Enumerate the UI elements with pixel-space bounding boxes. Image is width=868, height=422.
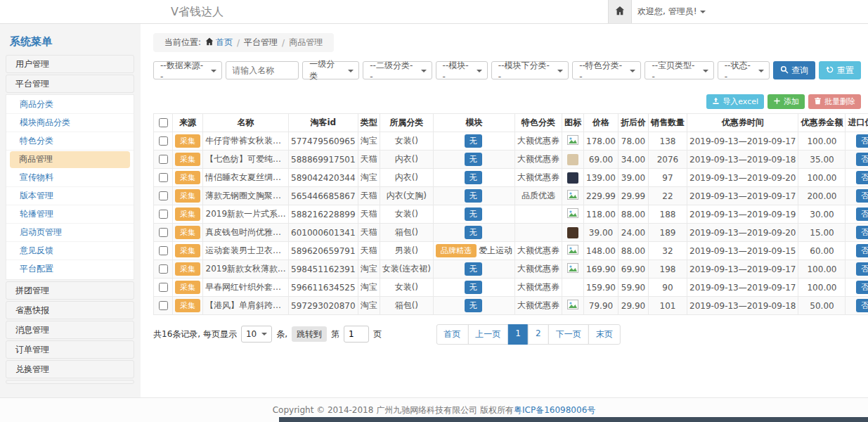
column-header-13: 进口优选 [846, 114, 868, 132]
row-checkbox[interactable] [159, 210, 168, 219]
breadcrumb: 当前位置: 首页 / 平台管理 / 商品管理 [153, 33, 334, 52]
import-select-badge[interactable]: 否 [856, 281, 868, 294]
breadcrumb-prefix: 当前位置: [164, 37, 201, 49]
coupon-time: 2019-09-13—2019-09-18 [687, 151, 798, 169]
taoke-id: 597293020870 [289, 297, 358, 315]
sidebar-item-8[interactable]: 轮播管理 [6, 205, 134, 224]
import-select-badge[interactable]: 否 [856, 262, 868, 276]
filter-select-feature-category[interactable]: --特色分类-- [572, 61, 641, 79]
import-select-badge[interactable]: 否 [856, 207, 868, 221]
import-select-badge[interactable]: 否 [856, 171, 868, 184]
per-page-select[interactable]: 10 [241, 326, 272, 343]
search-button[interactable]: 查询 [773, 61, 815, 79]
icp-link[interactable]: 粤ICP备16098006号 [514, 405, 595, 415]
page-button-4[interactable]: 下一页 [548, 324, 589, 345]
row-checkbox[interactable] [159, 283, 168, 292]
row-checkbox[interactable] [159, 136, 168, 146]
sidebar-item-6[interactable]: 宣传物料 [6, 169, 134, 187]
row-checkbox[interactable] [159, 173, 168, 182]
product-type: 天猫 [358, 224, 380, 242]
discount-price: 39.00 [618, 169, 649, 187]
filter-select-module[interactable]: --模块-- [436, 61, 488, 79]
page-button-3[interactable]: 2 [528, 324, 549, 345]
sidebar-group-17[interactable]: 结算管理 [6, 380, 134, 384]
import-select-badge[interactable]: 否 [856, 134, 868, 148]
select-all-checkbox[interactable] [159, 118, 168, 127]
product-name: 情侣睡衣女夏丝绸男士... [203, 169, 289, 187]
import-select-badge[interactable]: 否 [856, 244, 868, 257]
select-value: --宝贝类型-- [652, 60, 697, 82]
import-select-badge[interactable]: 否 [856, 299, 868, 312]
sidebar-item-3[interactable]: 模块商品分类 [6, 114, 134, 132]
filter-select-level2-category[interactable]: --二级分类-- [363, 61, 432, 79]
product-icon [562, 279, 584, 297]
sidebar-item-11[interactable]: 平台配置 [6, 260, 134, 279]
page-button-5[interactable]: 末页 [588, 324, 621, 345]
taoke-id: 589042420344 [289, 169, 358, 187]
taoke-id: 577479560965 [289, 132, 358, 151]
filter-select-data-source[interactable]: --数据来源-- [153, 61, 222, 79]
breadcrumb-home-link[interactable]: 首页 [205, 37, 233, 49]
sales-count: 138 [649, 132, 687, 151]
import-excel-button[interactable]: 导入excel [706, 94, 764, 109]
chevron-down-icon [211, 70, 216, 72]
filter-select-status[interactable]: --状态-- [718, 61, 770, 79]
product-category: 女装() [380, 279, 433, 297]
price: 69.00 [584, 151, 618, 169]
name-input[interactable] [226, 61, 299, 79]
add-button[interactable]: 添加 [767, 94, 805, 109]
home-button[interactable] [608, 0, 632, 23]
records-summary: 共16条记录, 每页显示 [153, 328, 237, 340]
product-category: 女装(连衣裙) [380, 260, 433, 279]
module-badge: 无 [465, 226, 482, 239]
filter-select-goods-type[interactable]: --宝贝类型-- [644, 61, 713, 79]
filter-select-module-sub-category[interactable]: --模块下分类-- [491, 61, 569, 79]
product-name: 运动套装男士卫衣初秋... [203, 242, 289, 260]
page-button-0[interactable]: 首页 [436, 324, 468, 345]
import-select-badge[interactable]: 否 [856, 189, 868, 203]
refresh-icon [826, 65, 834, 76]
sidebar-group-13[interactable]: 省惠快报 [6, 301, 134, 319]
feature-category: 大额优惠券 [515, 151, 562, 169]
row-checkbox[interactable] [159, 264, 168, 274]
batch-delete-button[interactable]: 批量删除 [808, 94, 861, 109]
sidebar-item-4[interactable]: 特色分类 [6, 132, 134, 151]
column-header-0: 来源 [173, 114, 203, 132]
sidebar-group-15[interactable]: 订单管理 [6, 340, 134, 359]
sidebar-item-2[interactable]: 商品分类 [6, 96, 134, 114]
sales-count: 188 [649, 205, 687, 224]
user-menu[interactable]: 欢迎您, 管理员! [637, 0, 706, 23]
page-number-input[interactable] [344, 326, 369, 343]
page-button-1[interactable]: 上一页 [467, 324, 508, 345]
filter-select-level1-category[interactable]: 一级分类 [302, 61, 359, 79]
sidebar-group-12[interactable]: 拼团管理 [6, 281, 134, 300]
sidebar-item-7[interactable]: 版本管理 [6, 187, 134, 205]
table-row: 采集 【七色纺】可爱纯棉家... 588869917501 天猫 内衣() 无 … [154, 151, 868, 169]
page-button-2[interactable]: 1 [507, 324, 529, 345]
row-checkbox[interactable] [159, 301, 168, 310]
jump-button[interactable]: 跳转到 [292, 326, 327, 342]
row-checkbox[interactable] [159, 246, 168, 255]
sidebar-group-1[interactable]: 平台管理 [6, 75, 134, 93]
sidebar-item-10[interactable]: 意见反馈 [6, 242, 134, 260]
row-checkbox[interactable] [159, 228, 168, 237]
sidebar-group-14[interactable]: 消息管理 [6, 321, 134, 339]
coupon-amount: 100.00 [798, 279, 846, 297]
import-select-badge[interactable]: 否 [856, 153, 868, 166]
product-name: 薄款无钢圈文胸聚拢性... [203, 187, 289, 205]
product-thumbnail [567, 227, 578, 238]
price: 139.00 [584, 169, 618, 187]
taoke-id: 596611634525 [289, 279, 358, 297]
price: 159.90 [584, 279, 618, 297]
image-placeholder-icon [567, 248, 578, 257]
sidebar-group-0[interactable]: 用户管理 [6, 55, 134, 73]
sidebar-item-5[interactable]: 商品管理 [10, 151, 130, 168]
row-checkbox[interactable] [159, 155, 168, 164]
coupon-amount: 15.00 [798, 224, 846, 242]
sidebar-group-16[interactable]: 兑换管理 [6, 360, 134, 378]
row-checkbox[interactable] [159, 191, 168, 200]
sidebar-item-9[interactable]: 启动页管理 [6, 224, 134, 242]
reset-button[interactable]: 重置 [819, 61, 861, 79]
module-badge: 品牌精选 [436, 244, 477, 257]
import-select-badge[interactable]: 否 [856, 226, 868, 239]
